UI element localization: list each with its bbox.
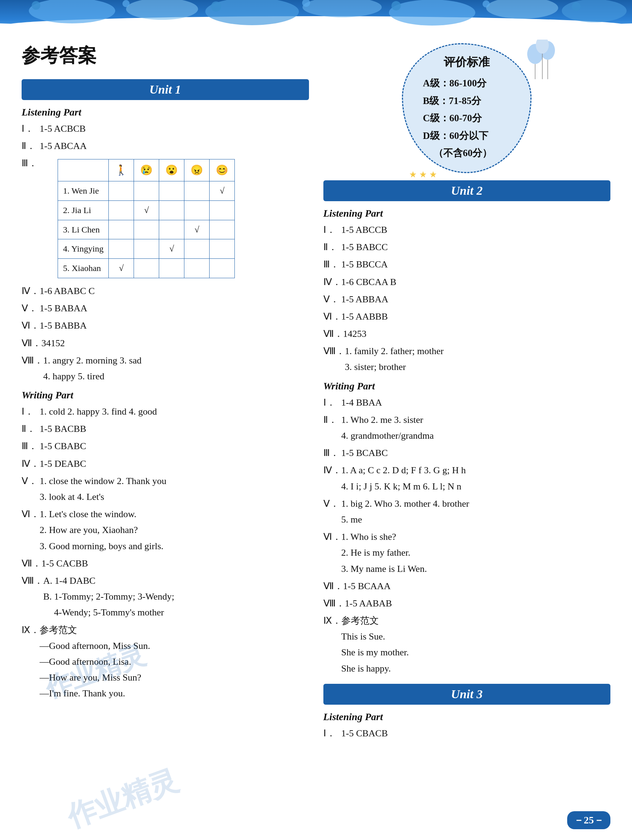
- right-column: 评价标准 A级：86-100分 B级：71-85分 C级：60-70分 D级：6…: [323, 43, 611, 743]
- table-header-icon4: 😠: [184, 159, 209, 182]
- eval-box: 评价标准 A级：86-100分 B级：71-85分 C级：60-70分 D级：6…: [402, 43, 532, 173]
- w-answer-2: 1-5 BACBB: [40, 421, 309, 437]
- unit3-header: Unit 3: [323, 684, 611, 705]
- w-roman-4: Ⅳ．: [22, 456, 40, 472]
- roman-7: Ⅶ．: [22, 335, 41, 351]
- emotion-table: 🚶 😢 😮 😠 😊 1. Wen Jie: [58, 159, 235, 278]
- unit1-listen-8: Ⅷ． 1. angry 2. morning 3. sad4. happy 5.…: [22, 353, 309, 384]
- table-cell: [109, 201, 134, 220]
- table-cell-check: √: [159, 239, 184, 259]
- unit1-write-1: Ⅰ． 1. cold 2. happy 3. find 4. good: [22, 404, 309, 420]
- eval-grade-b: B级：71-85分: [423, 92, 511, 110]
- roman-1: Ⅰ．: [22, 121, 40, 137]
- answer-7: 34152: [41, 335, 309, 351]
- eval-grade-c: C级：60-70分: [423, 109, 511, 127]
- unit1-listen-6: Ⅵ． 1-5 BABBA: [22, 318, 309, 334]
- w-roman-1: Ⅰ．: [22, 404, 40, 420]
- svg-point-6: [562, 0, 627, 22]
- unit1-write-8: Ⅷ． A. 1-4 DABC B. 1-Tommy; 2-Tommy; 3-We…: [22, 573, 309, 621]
- unit1-listening-title: Listening Part: [22, 107, 309, 118]
- table-cell: [209, 259, 235, 278]
- unit2-listen-7: Ⅶ． 14253: [323, 326, 611, 342]
- w-answer-5: 1. close the window 2. Thank you3. look …: [40, 473, 309, 505]
- w-roman-3: Ⅲ．: [22, 438, 40, 454]
- unit1-write-9: Ⅸ． 参考范文 —Good afternoon, Miss Sun. —Good…: [22, 622, 309, 702]
- table-header-icon3: 😮: [159, 159, 184, 182]
- svg-point-13: [572, 2, 580, 11]
- table-cell: [134, 239, 159, 259]
- w-answer-6: 1. Let's close the window.2. How are you…: [40, 506, 309, 554]
- table-cell-check: √: [134, 201, 159, 220]
- answer-1: 1-5 ACBCB: [40, 121, 309, 137]
- unit1-write-4: Ⅳ． 1-5 DEABC: [22, 456, 309, 472]
- table-cell: [209, 201, 235, 220]
- unit2-write-8: Ⅷ． 1-5 AABAB: [323, 595, 611, 611]
- table-cell: [209, 239, 235, 259]
- eval-title: 评价标准: [423, 54, 511, 70]
- roman-3: Ⅲ．: [22, 155, 40, 171]
- unit1-listen-7: Ⅶ． 34152: [22, 335, 309, 351]
- unit1-write-2: Ⅱ． 1-5 BACBB: [22, 421, 309, 437]
- unit2-listen-5: Ⅴ． 1-5 ABBAA: [323, 292, 611, 307]
- w-roman-9: Ⅸ．: [22, 622, 40, 638]
- eval-container: 评价标准 A级：86-100分 B级：71-85分 C级：60-70分 D级：6…: [323, 43, 611, 173]
- unit2-write-1: Ⅰ． 1-4 BBAA: [323, 395, 611, 411]
- unit2-write-7: Ⅶ． 1-5 BCAAA: [323, 578, 611, 594]
- svg-point-1: [126, 0, 198, 20]
- w-answer-3: 1-5 CBABC: [40, 438, 309, 454]
- unit2-write-4: Ⅳ． 1. A a; C c 2. D d; F f 3. G g; H h 4…: [323, 463, 611, 494]
- svg-point-8: [122, 0, 130, 7]
- w-answer-1: 1. cold 2. happy 3. find 4. good: [40, 404, 309, 420]
- unit2-write-2: Ⅱ． 1. Who 2. me 3. sister4. grandmother/…: [323, 412, 611, 444]
- table-cell-check: √: [209, 181, 235, 201]
- table-cell: [184, 201, 209, 220]
- unit2-listen-2: Ⅱ． 1-5 BABCC: [323, 239, 611, 255]
- table-header-icon1: 🚶: [109, 159, 134, 182]
- unit1-listen-1: Ⅰ． 1-5 ACBCB: [22, 121, 309, 137]
- table-cell: [109, 220, 134, 239]
- answer-8: 1. angry 2. morning 3. sad4. happy 5. ti…: [43, 353, 309, 384]
- page-content: 参考答案 Unit 1 Listening Part Ⅰ． 1-5 ACBCB …: [0, 32, 632, 754]
- table-row: 4. Yingying √: [58, 239, 235, 259]
- unit2-listen-1: Ⅰ． 1-5 ABCCB: [323, 222, 611, 238]
- unit2-writing-title: Writing Part: [323, 381, 611, 392]
- watermark-2: 作业精灵: [62, 761, 183, 837]
- table-cell: [109, 181, 134, 201]
- w-answer-8: A. 1-4 DABC B. 1-Tommy; 2-Tommy; 3-Wendy…: [43, 573, 309, 621]
- unit2-write-9: Ⅸ． 参考范文 This is Sue. She is my mother. S…: [323, 613, 611, 677]
- table-cell: [134, 220, 159, 239]
- unit1-header: Unit 1: [22, 79, 309, 100]
- answer-6: 1-5 BABBA: [40, 318, 309, 334]
- table-header-icon2: 😢: [134, 159, 159, 182]
- unit2-listening-title: Listening Part: [323, 208, 611, 219]
- roman-8: Ⅷ．: [22, 353, 43, 368]
- table-cell: [159, 201, 184, 220]
- table-cell-check: √: [109, 259, 134, 278]
- table-cell-name: 4. Yingying: [58, 239, 109, 259]
- answer-5: 1-5 BABAA: [40, 300, 309, 316]
- w-roman-7: Ⅶ．: [22, 556, 41, 572]
- stars-decoration: ★ ★ ★: [409, 169, 437, 180]
- svg-point-7: [32, 1, 40, 10]
- unit1-write-5: Ⅴ． 1. close the window 2. Thank you3. lo…: [22, 473, 309, 505]
- unit1-listen-4: Ⅳ． 1-6 ABABC C: [22, 283, 309, 299]
- unit1-write-3: Ⅲ． 1-5 CBABC: [22, 438, 309, 454]
- svg-point-12: [483, 0, 490, 8]
- table-row: 5. Xiaohan √: [58, 259, 235, 278]
- table-cell-name: 2. Jia Li: [58, 201, 109, 220]
- unit2-listen-3: Ⅲ． 1-5 BBCCA: [323, 257, 611, 272]
- unit1-writing-title: Writing Part: [22, 389, 309, 401]
- eval-grade-a: A级：86-100分: [423, 74, 511, 92]
- table-row: 1. Wen Jie √: [58, 181, 235, 201]
- balloons-svg: [524, 39, 560, 90]
- balloon-decoration: [524, 39, 560, 90]
- svg-point-4: [389, 0, 475, 25]
- svg-point-5: [486, 0, 558, 19]
- table-cell-name: 1. Wen Jie: [58, 181, 109, 201]
- page-title: 参考答案: [22, 43, 309, 68]
- unit2-write-6: Ⅵ． 1. Who is she? 2. He is my father. 3.…: [323, 529, 611, 577]
- table-cell-check: √: [184, 220, 209, 239]
- eval-note: （不含60分）: [434, 144, 511, 162]
- unit1-write-7: Ⅶ． 1-5 CACBB: [22, 556, 309, 572]
- w-roman-5: Ⅴ．: [22, 473, 40, 489]
